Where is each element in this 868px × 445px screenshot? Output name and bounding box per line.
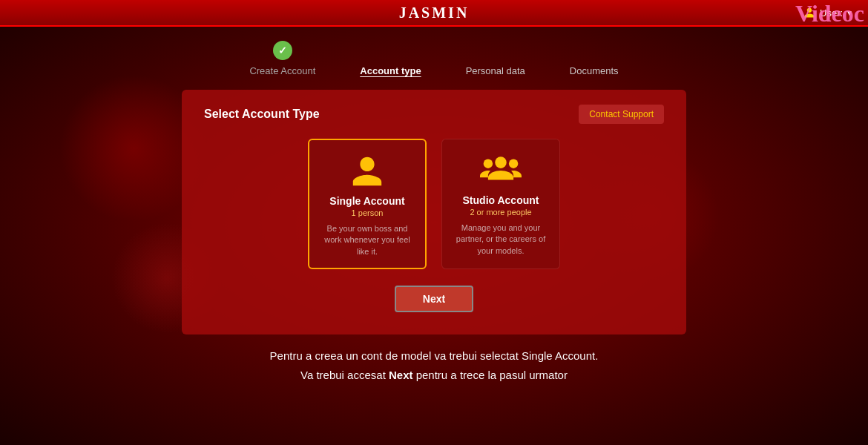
account-cards: Single Account 1 person Be your own boss… (204, 139, 664, 269)
next-button[interactable]: Next (395, 286, 473, 312)
studio-account-sub: 2 or more people (470, 208, 531, 217)
step-create-account-label: Create Account (249, 65, 315, 76)
studio-group-icon (480, 153, 522, 188)
steps-nav: ✓ Create Account Account type Personal d… (0, 27, 868, 84)
studio-account-card[interactable]: Studio Account 2 or more people Manage y… (441, 139, 560, 269)
step-create-account-icon: ✓ (272, 40, 293, 61)
svg-point-1 (484, 159, 493, 168)
step-account-type-icon (380, 40, 401, 61)
single-person-icon (349, 154, 385, 189)
bottom-text: Pentru a creea un cont de model va trebu… (0, 346, 868, 384)
step-account-type[interactable]: Account type (360, 40, 421, 76)
main-card: Select Account Type Contact Support Sing… (182, 90, 686, 334)
topbar: JASMIN User: ▼ Videoc (0, 0, 868, 27)
logo: JASMIN (399, 4, 470, 22)
single-account-name: Single Account (329, 195, 404, 207)
bottom-line-2-bold: Next (389, 369, 413, 381)
step-documents-label: Documents (570, 65, 619, 76)
studio-account-desc: Manage you and your partner, or the care… (453, 222, 549, 257)
bottom-line-2: Va trebui accesat Next pentru a trece la… (0, 366, 868, 385)
single-account-sub: 1 person (352, 208, 384, 217)
next-button-wrap: Next (204, 286, 664, 312)
bottom-line-1: Pentru a creea un cont de model va trebu… (0, 346, 868, 366)
step-documents-icon (584, 40, 605, 61)
svg-point-2 (509, 159, 518, 168)
studio-account-name: Studio Account (463, 194, 539, 206)
svg-point-0 (495, 156, 507, 168)
bottom-line-2-suffix: pentru a trece la pasul urmator (413, 369, 568, 381)
bottom-line-2-prefix: Va trebui accesat (300, 369, 389, 381)
card-title: Select Account Type (204, 108, 320, 121)
step-account-type-label: Account type (360, 65, 421, 76)
single-account-card[interactable]: Single Account 1 person Be your own boss… (308, 139, 427, 269)
videochat-label: Videoc (795, 0, 868, 27)
step-personal-data[interactable]: Personal data (466, 40, 525, 76)
step-personal-data-label: Personal data (466, 65, 525, 76)
step-create-account[interactable]: ✓ Create Account (249, 40, 315, 76)
check-icon: ✓ (273, 41, 292, 60)
contact-support-button[interactable]: Contact Support (579, 105, 664, 124)
card-header: Select Account Type Contact Support (204, 105, 664, 124)
step-documents[interactable]: Documents (570, 40, 619, 76)
step-personal-data-icon (485, 40, 506, 61)
single-account-desc: Be your own boss and work whenever you f… (320, 223, 415, 257)
